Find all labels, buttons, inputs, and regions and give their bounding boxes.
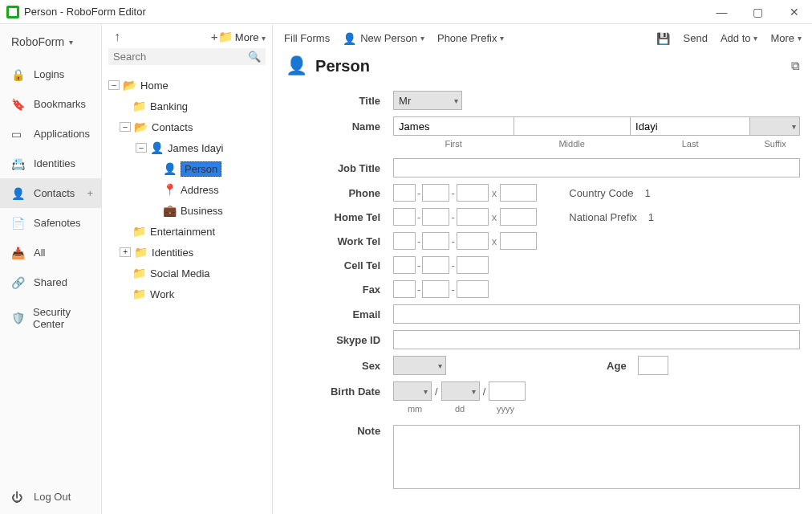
sublabel-first: First — [393, 139, 514, 149]
person-icon: 👤 — [163, 163, 177, 174]
email-field[interactable] — [393, 304, 800, 324]
birth-mm-select[interactable]: ▾ — [393, 381, 432, 401]
tree-more-button[interactable]: More ▾ — [235, 31, 266, 43]
hometel-part3[interactable] — [457, 208, 489, 226]
middle-name-field[interactable] — [514, 116, 630, 136]
celltel-part1[interactable] — [393, 256, 416, 274]
add-contact-button[interactable]: + — [87, 187, 94, 199]
app-menu-button[interactable]: RoboForm ▾ — [0, 24, 101, 59]
phone-part2[interactable] — [422, 184, 449, 202]
search-input[interactable] — [113, 51, 248, 63]
sublabel-last: Last — [630, 139, 750, 149]
worktel-part2[interactable] — [422, 232, 449, 250]
send-button[interactable]: Send — [684, 32, 708, 44]
sidebar-item-label: Identities — [34, 157, 75, 169]
celltel-part2[interactable] — [422, 256, 449, 274]
folder-icon: 📁 — [132, 100, 147, 112]
tree-item-work[interactable]: 📁 Work — [108, 284, 272, 304]
hometel-part2[interactable] — [422, 208, 449, 226]
detail-more-button[interactable]: More ▾ — [770, 32, 802, 44]
title-select[interactable]: Mr ▾ — [393, 91, 462, 110]
fax-part3[interactable] — [457, 280, 489, 298]
hometel-part1[interactable] — [393, 208, 416, 226]
tree-item-james[interactable]: – 👤 James Idayi — [108, 137, 272, 158]
field-label-fax: Fax — [298, 284, 393, 296]
tree-item-identities[interactable]: + 📁 Identities — [108, 242, 272, 263]
birth-yyyy-field[interactable] — [489, 381, 526, 401]
fax-part2[interactable] — [422, 280, 449, 298]
sidebar-item-all[interactable]: 📥 All — [0, 238, 101, 267]
tree-item-address[interactable]: 📍 Address — [108, 179, 272, 200]
contact-icon: 👤 — [11, 188, 26, 199]
tree-item-contacts[interactable]: – 📂 Contacts — [108, 116, 272, 137]
tree-item-banking[interactable]: 📁 Banking — [108, 96, 272, 116]
sidebar-item-identities[interactable]: 📇 Identities — [0, 149, 101, 178]
sublabel-mm: mm — [393, 404, 436, 414]
skype-field[interactable] — [393, 330, 800, 349]
applications-icon: ▭ — [11, 128, 26, 140]
phone-part1[interactable] — [393, 184, 416, 202]
suffix-select[interactable]: ▾ — [750, 116, 800, 136]
phone-ext[interactable] — [500, 184, 537, 202]
sidebar-item-applications[interactable]: ▭ Applications — [0, 119, 101, 149]
logout-button[interactable]: ⏻ Log Out — [0, 479, 101, 514]
sidebar-item-contacts[interactable]: 👤 Contacts + — [0, 178, 101, 208]
tree-item-label: Address — [181, 184, 219, 196]
chevron-down-icon: ▾ — [792, 122, 796, 131]
phone-prefix-button[interactable]: Phone Prefix ▾ — [437, 32, 504, 44]
chevron-down-icon: ▾ — [753, 34, 757, 43]
tree-root[interactable]: – 📂 Home — [108, 75, 272, 96]
new-folder-button[interactable]: +📁 — [211, 30, 229, 44]
sidebar-item-bookmarks[interactable]: 🔖 Bookmarks — [0, 89, 101, 119]
folder-open-icon: 📂 — [134, 121, 148, 133]
tree-item-business[interactable]: 💼 Business — [108, 200, 272, 221]
age-field[interactable] — [638, 356, 668, 375]
tree-item-entertainment[interactable]: 📁 Entertainment — [108, 221, 272, 242]
copy-icon[interactable]: ⧉ — [791, 59, 800, 73]
collapse-toggle[interactable]: – — [120, 122, 131, 132]
maximize-button[interactable]: ▢ — [740, 0, 776, 24]
new-person-button[interactable]: 👤 New Person ▾ — [343, 32, 424, 44]
birth-dd-select[interactable]: ▾ — [441, 381, 480, 401]
sex-select[interactable]: ▾ — [393, 356, 446, 375]
fax-part1[interactable] — [393, 280, 416, 298]
save-icon[interactable]: 💾 — [656, 33, 671, 44]
first-name-field[interactable] — [393, 116, 514, 136]
tree-root-label: Home — [140, 80, 168, 92]
sidebar-item-logins[interactable]: 🔒 Logins — [0, 59, 101, 89]
chevron-down-icon: ▾ — [420, 34, 424, 43]
worktel-ext[interactable] — [500, 232, 537, 250]
tree-item-label: James Idayi — [168, 142, 223, 154]
hometel-ext[interactable] — [500, 208, 537, 226]
celltel-group: - - — [393, 256, 489, 274]
nav-up-button[interactable]: ↑ — [108, 30, 126, 44]
last-name-field[interactable] — [630, 116, 750, 136]
tree-item-person[interactable]: 👤 Person — [108, 158, 272, 179]
sidebar-item-safenotes[interactable]: 📄 Safenotes — [0, 208, 101, 238]
sidebar-item-security-center[interactable]: 🛡️ Security Center — [0, 297, 101, 339]
close-button[interactable]: ✕ — [776, 0, 812, 24]
pin-icon: 📍 — [163, 184, 177, 195]
fill-forms-button[interactable]: Fill Forms — [284, 32, 330, 44]
tree-item-label: Banking — [150, 100, 188, 112]
identities-icon: 📇 — [11, 158, 26, 169]
minimize-button[interactable]: — — [704, 0, 740, 24]
worktel-part1[interactable] — [393, 232, 416, 250]
collapse-toggle[interactable]: – — [136, 143, 147, 153]
label-nationalprefix: National Prefix — [569, 211, 637, 223]
shield-icon: 🛡️ — [11, 312, 25, 324]
worktel-part3[interactable] — [457, 232, 489, 250]
tree-item-socialmedia[interactable]: 📁 Social Media — [108, 263, 272, 284]
addto-button[interactable]: Add to ▾ — [721, 32, 758, 44]
expand-toggle[interactable]: + — [120, 247, 131, 257]
sidebar-item-shared[interactable]: 🔗 Shared — [0, 267, 101, 297]
chevron-down-icon: ▾ — [798, 34, 802, 43]
job-title-field[interactable] — [393, 158, 800, 177]
collapse-toggle[interactable]: – — [108, 80, 120, 90]
tree-search[interactable]: 🔍 — [108, 48, 266, 65]
label-countrycode: Country Code — [569, 187, 633, 199]
phone-part3[interactable] — [457, 184, 489, 202]
new-person-label: New Person — [360, 32, 417, 44]
note-field[interactable] — [393, 425, 800, 489]
celltel-part3[interactable] — [457, 256, 489, 274]
